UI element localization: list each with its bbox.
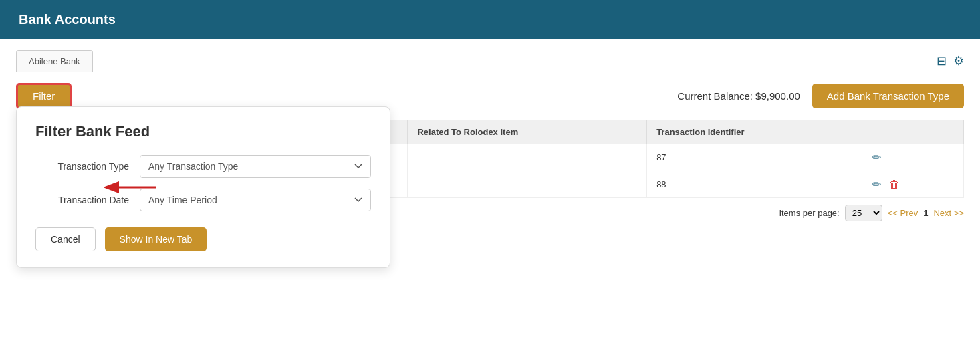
filter-popup: Filter Bank Feed Transaction Type Any Tr… (16, 106, 390, 268)
filter-button[interactable]: Filter (16, 83, 72, 109)
tabs-row: Abilene Bank ⊟ ⚙ (16, 50, 964, 72)
tab-abilene-bank[interactable]: Abilene Bank (16, 50, 93, 72)
add-bank-transaction-type-button[interactable]: Add Bank Transaction Type (812, 84, 964, 108)
transaction-date-select[interactable]: Any Time Period (140, 189, 371, 211)
current-balance: Current Balance: $9,900.00 (677, 90, 800, 102)
gear-icon[interactable]: ⚙ (953, 53, 964, 68)
filter-popup-title: Filter Bank Feed (35, 123, 371, 140)
transaction-date-row: Transaction Date Any Time Period (35, 189, 371, 211)
arrow-annotation-right (254, 336, 334, 339)
cell-actions: ✏ (860, 144, 964, 171)
copy-icon[interactable]: ⊟ (937, 53, 947, 68)
transaction-date-label: Transaction Date (35, 195, 129, 205)
cell-actions-2: ✏ 🗑 (860, 171, 964, 198)
col-related-to-rolodex: Related To Rolodex Item (408, 120, 647, 144)
transaction-type-label: Transaction Type (35, 161, 129, 172)
transaction-type-row: Transaction Type Any Transaction Type (35, 155, 371, 178)
prev-link[interactable]: << Prev (888, 208, 918, 218)
page-title: Bank Accounts (19, 12, 116, 27)
right-toolbar: Current Balance: $9,900.00 Add Bank Tran… (677, 84, 964, 108)
show-in-new-tab-button[interactable]: Show In New Tab (105, 227, 207, 251)
next-link[interactable]: Next >> (933, 208, 964, 218)
col-transaction-identifier: Transaction Identifier (647, 120, 860, 144)
cell-rolodex-2 (408, 171, 647, 198)
col-actions (860, 120, 964, 144)
items-per-page-label: Items per page: (779, 208, 839, 218)
edit-icon-2[interactable]: ✏ (870, 178, 884, 191)
edit-icon[interactable]: ✏ (870, 151, 884, 164)
cell-identifier-2: 88 (647, 171, 860, 198)
filter-actions: Cancel Show In New Tab (35, 227, 371, 251)
tab-icons: ⊟ ⚙ (937, 53, 964, 68)
per-page-select[interactable]: 25 50 100 (845, 205, 882, 221)
toolbar-row: Filter Current Balance: $9,900.00 Add Ba… (16, 83, 964, 109)
page-header: Bank Accounts (0, 0, 980, 39)
cancel-button[interactable]: Cancel (35, 227, 96, 251)
cell-rolodex (408, 144, 647, 171)
current-page: 1 (923, 208, 928, 218)
delete-icon[interactable]: 🗑 (886, 179, 902, 191)
cell-identifier: 87 (647, 144, 860, 171)
transaction-type-select[interactable]: Any Transaction Type (140, 155, 371, 178)
